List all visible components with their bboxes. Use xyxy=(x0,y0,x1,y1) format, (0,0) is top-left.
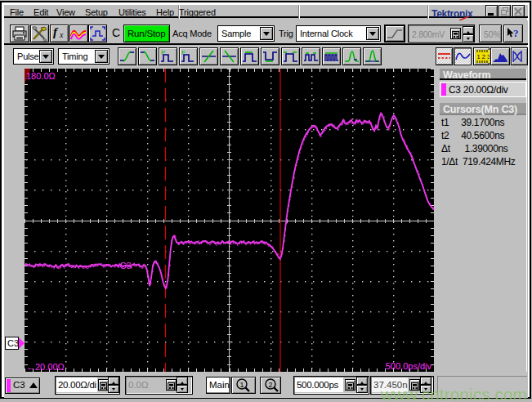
svg-text:500.0ps/div: 500.0ps/div xyxy=(386,361,432,371)
svg-text:1: 1 xyxy=(240,381,244,389)
svg-text:1 2 3: 1 2 3 xyxy=(477,53,490,60)
svg-text:2: 2 xyxy=(269,381,273,389)
svg-text:?: ? xyxy=(513,27,519,39)
svg-text:←20.00Ω: ←20.00Ω xyxy=(26,362,65,372)
svg-text:C3: C3 xyxy=(120,261,132,270)
svg-text:180.0Ω: 180.0Ω xyxy=(26,71,56,81)
